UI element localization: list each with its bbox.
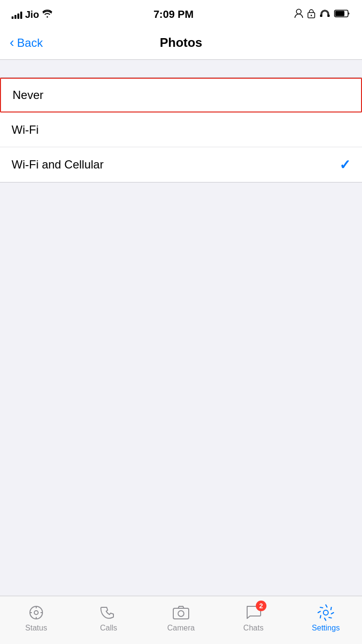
wifi-icon <box>42 9 53 20</box>
status-bar: Jio 7:09 PM <box>0 0 362 26</box>
calls-tab-icon <box>99 603 118 622</box>
back-label: Back <box>17 36 42 50</box>
signal-icon <box>12 10 22 19</box>
chats-tab-label: Chats <box>243 624 264 632</box>
page-title: Photos <box>160 35 202 50</box>
section-gap <box>0 60 362 77</box>
option-wifi-cellular[interactable]: Wi-Fi and Cellular ✓ <box>0 147 362 182</box>
checkmark-icon: ✓ <box>339 157 350 173</box>
option-never[interactable]: Never <box>0 78 362 112</box>
chats-tab-icon: 2 <box>244 603 263 622</box>
status-tab-icon <box>27 603 45 622</box>
account-icon <box>294 9 303 20</box>
svg-point-0 <box>296 9 301 14</box>
svg-point-8 <box>34 611 38 615</box>
svg-rect-3 <box>320 14 322 17</box>
tab-camera[interactable]: Camera <box>145 603 217 632</box>
main-content <box>0 182 362 596</box>
screen-lock-icon <box>307 9 316 20</box>
status-time: 7:09 PM <box>153 8 194 21</box>
svg-rect-4 <box>328 14 330 17</box>
option-wifi-label: Wi-Fi <box>12 123 39 137</box>
back-chevron-icon: ‹ <box>10 36 14 49</box>
status-left: Jio <box>12 9 53 20</box>
status-tab-label: Status <box>25 624 47 632</box>
calls-tab-label: Calls <box>100 624 117 632</box>
battery-icon <box>334 9 350 20</box>
camera-tab-label: Camera <box>167 624 195 632</box>
svg-point-14 <box>178 611 184 616</box>
svg-rect-6 <box>335 11 345 16</box>
tab-status[interactable]: Status <box>0 603 72 632</box>
options-list: Never Wi-Fi Wi-Fi and Cellular ✓ <box>0 77 362 182</box>
headphones-icon <box>320 9 330 20</box>
option-wifi-cellular-label: Wi-Fi and Cellular <box>12 158 104 171</box>
back-button[interactable]: ‹ Back <box>10 36 43 50</box>
chats-badge: 2 <box>256 601 266 611</box>
settings-tab-label: Settings <box>312 624 340 632</box>
nav-bar: ‹ Back Photos <box>0 26 362 60</box>
camera-tab-icon <box>172 603 190 622</box>
status-right <box>294 9 350 20</box>
tab-settings[interactable]: Settings <box>290 603 362 632</box>
svg-point-15 <box>323 610 328 615</box>
option-wifi[interactable]: Wi-Fi <box>0 112 362 147</box>
settings-tab-icon <box>317 603 335 622</box>
carrier-label: Jio <box>25 9 39 20</box>
tab-calls[interactable]: Calls <box>72 603 145 632</box>
svg-point-2 <box>311 15 312 16</box>
tab-chats[interactable]: 2 Chats <box>217 603 290 632</box>
svg-rect-13 <box>173 608 189 619</box>
option-never-label: Never <box>13 88 43 102</box>
tab-bar: Status Calls Camera 2 Chats <box>0 596 362 644</box>
